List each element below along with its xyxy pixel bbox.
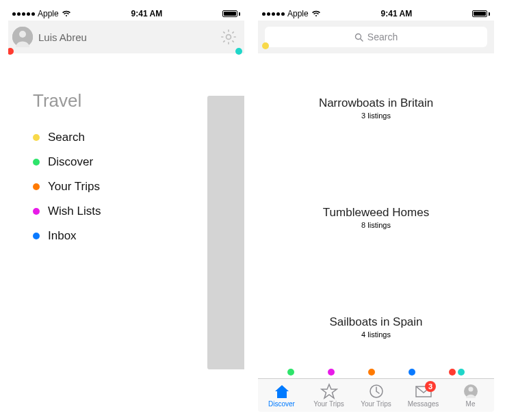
discover-list[interactable]: Narrowboats in Britain3 listingsTumblewe… <box>258 53 494 378</box>
tab-your-trips[interactable]: Your Trips <box>305 379 352 412</box>
bullet-icon <box>33 134 40 141</box>
tab-label: Your Trips <box>313 400 344 408</box>
battery-icon <box>222 10 240 17</box>
status-bar: Apple 9:41 AM <box>8 7 244 21</box>
sidebar-item-label: Inbox <box>48 229 77 243</box>
username-label: Luis Abreu <box>38 31 87 43</box>
annotation-dot <box>287 369 294 376</box>
clock-label: 9:41 AM <box>381 9 413 18</box>
signal-icon <box>12 12 35 16</box>
sidebar-item-label: Your Trips <box>48 180 100 194</box>
tab-your-trips[interactable]: Your Trips <box>352 379 400 412</box>
settings-button[interactable] <box>220 28 237 46</box>
clock-label: 9:41 AM <box>131 9 163 18</box>
annotation-dot <box>328 369 335 376</box>
annotation-row <box>258 369 494 376</box>
annotation-dot <box>409 369 415 376</box>
phone-discover: Apple 9:41 AM Search Narrowboats in Brit… <box>258 7 494 412</box>
carrier-label: Apple <box>287 9 309 18</box>
card-title: Tumbleweed Homes <box>323 206 429 220</box>
svg-line-4 <box>360 38 363 41</box>
sidebar-item-search[interactable]: Search <box>33 125 179 150</box>
wifi-icon <box>311 10 321 17</box>
annotation-dot <box>458 369 465 376</box>
card-title: Sailboats in Spain <box>329 315 422 329</box>
card-subtitle: 4 listings <box>361 330 391 339</box>
sidebar-item-label: Discover <box>48 155 93 169</box>
tab-bar: DiscoverYour TripsYour TripsMessages3Me <box>258 378 494 412</box>
sidebar-item-inbox[interactable]: Inbox <box>33 224 179 248</box>
card-subtitle: 8 listings <box>361 221 391 229</box>
sidebar-item-label: Wish Lists <box>48 205 101 218</box>
status-bar: Apple 9:41 AM <box>258 7 494 21</box>
sidebar-item-discover[interactable]: Discover <box>33 150 179 174</box>
bullet-icon <box>33 159 40 166</box>
discover-icon <box>273 383 291 399</box>
svg-point-1 <box>19 31 26 38</box>
discover-card[interactable]: Sailboats in Spain4 listings <box>258 272 494 378</box>
annotation-dot <box>368 369 375 376</box>
card-title: Narrowboats in Britain <box>319 96 433 110</box>
bullet-icon <box>33 183 40 190</box>
sidebar-header: Luis Abreu <box>8 21 244 53</box>
carrier-label: Apple <box>38 9 59 18</box>
tab-label: Discover <box>268 400 295 408</box>
signal-icon <box>262 12 285 16</box>
tab-me[interactable]: Me <box>447 379 494 412</box>
card-subtitle: 3 listings <box>361 111 391 120</box>
content-peek[interactable] <box>207 96 244 369</box>
search-bar: Search <box>258 21 494 53</box>
annotation-dot <box>449 369 456 376</box>
tab-messages[interactable]: Messages3 <box>400 379 447 412</box>
avatar[interactable] <box>12 27 33 47</box>
tab-discover[interactable]: Discover <box>258 379 305 412</box>
sidebar-menu: Travel SearchDiscoverYour TripsWish List… <box>8 53 203 285</box>
phone-sidebar: Apple 9:41 AM Luis Abreu <box>8 7 244 412</box>
search-placeholder: Search <box>367 31 398 42</box>
discover-card[interactable]: Tumbleweed Homes8 listings <box>258 163 494 272</box>
tab-label: Me <box>466 400 476 408</box>
badge: 3 <box>425 381 436 392</box>
search-icon <box>354 33 363 42</box>
wifi-icon <box>62 10 71 17</box>
sidebar-item-wish-lists[interactable]: Wish Lists <box>33 199 179 224</box>
tab-label: Your Trips <box>361 400 391 408</box>
sidebar-item-your-trips[interactable]: Your Trips <box>33 174 179 199</box>
bullet-icon <box>33 233 40 239</box>
svg-point-8 <box>468 387 473 392</box>
search-input[interactable]: Search <box>265 27 487 47</box>
star-icon <box>320 383 338 399</box>
discover-card[interactable]: Narrowboats in Britain3 listings <box>258 53 494 163</box>
svg-point-2 <box>226 35 231 40</box>
bullet-icon <box>33 208 40 215</box>
battery-icon <box>472 10 490 17</box>
section-title: Travel <box>33 90 179 111</box>
annotation-dot <box>235 48 242 55</box>
sidebar-item-label: Search <box>48 131 85 144</box>
me-icon <box>462 383 480 399</box>
tab-label: Messages <box>408 400 439 408</box>
clock-icon <box>367 383 385 399</box>
annotation-dot <box>262 42 269 49</box>
